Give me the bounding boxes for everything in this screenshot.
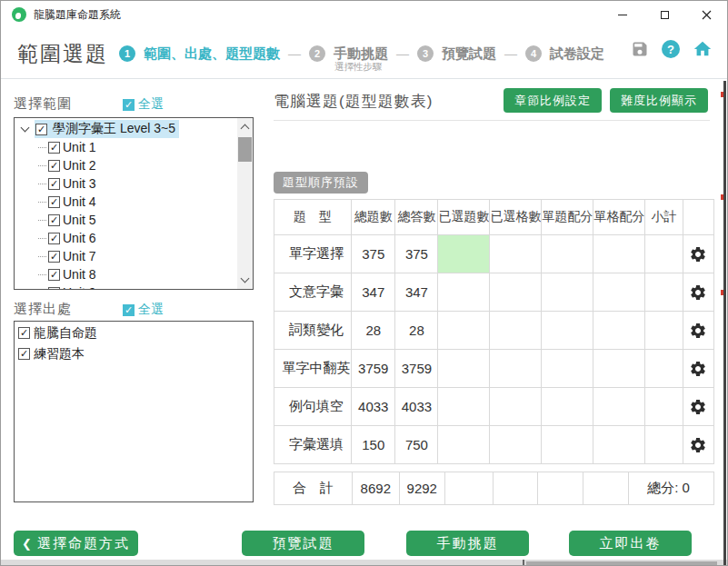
points-per-blank-cell[interactable] [593,273,645,312]
tree-item-unit[interactable]: ✓Unit 4 [15,193,253,211]
points-per-blank-cell[interactable] [593,312,645,350]
home-icon[interactable] [693,39,713,59]
difficulty-ratio-button[interactable]: 難度比例顯示 [610,88,708,113]
unit-checkbox[interactable]: ✓ [48,287,60,291]
selected-questions-cell[interactable] [438,350,490,388]
points-per-question-cell[interactable] [542,273,593,312]
step-4-badge[interactable]: 4 [525,45,542,62]
row-settings-cell[interactable] [683,388,713,426]
gear-icon[interactable] [689,322,707,340]
tree-item-unit[interactable]: ✓Unit 7 [15,247,253,265]
step-2-badge[interactable]: 2 [309,45,325,62]
header: 範圍選題 1 範圍、出處、題型題數 — 2 手動挑題 選擇性步驟 — 3 預覽試… [1,28,727,79]
close-button[interactable] [685,1,727,28]
gear-icon[interactable] [689,245,707,263]
unit-checkbox[interactable]: ✓ [48,178,60,190]
back-button[interactable]: ❮ 選擇命題方式 [14,531,138,556]
selected-blanks-cell[interactable] [490,235,542,273]
selected-questions-cell[interactable] [438,273,490,312]
chevron-down-icon[interactable] [21,123,30,132]
unit-checkbox[interactable]: ✓ [48,214,60,226]
tree-item-unit[interactable]: ✓Unit 9 [15,283,253,290]
question-type-cell: 詞類變化 [274,312,352,350]
row-settings-cell[interactable] [683,426,713,464]
chevron-left-icon: ❮ [22,537,32,551]
scroll-down-icon[interactable] [241,274,250,283]
question-type-cell: 單字中翻英 [274,350,352,388]
selected-questions-cell[interactable] [438,426,490,464]
points-per-question-cell[interactable] [542,350,593,388]
selected-blanks-cell[interactable] [490,350,542,388]
chapter-ratio-button[interactable]: 章節比例設定 [504,88,602,113]
background-window-artifact [523,560,524,566]
source-select-all[interactable]: ✓ 全選 [123,302,164,318]
check-icon: ✓ [50,233,58,243]
row-settings-cell[interactable] [683,312,713,350]
row-settings-cell[interactable] [683,235,713,273]
tree-item-unit[interactable]: ✓Unit 1 [15,138,253,156]
step-1-badge[interactable]: 1 [119,45,135,62]
selected-blanks-cell[interactable] [490,312,542,350]
selected-blanks-cell[interactable] [490,426,542,464]
tree-item-unit[interactable]: ✓Unit 2 [15,156,253,174]
points-per-blank-cell[interactable] [593,426,645,464]
manual-pick-button[interactable]: 手動挑題 [406,531,529,556]
maximize-button[interactable] [643,1,685,28]
subtotal-cell [645,388,683,426]
row-settings-cell[interactable] [683,350,713,388]
points-per-question-cell[interactable] [542,235,593,273]
range-title: 選擇範圍 [14,95,72,111]
tree-item-unit[interactable]: ✓Unit 5 [15,211,253,229]
step-3-label[interactable]: 預覽試題 [442,45,496,63]
range-select-all-checkbox[interactable]: ✓ [123,99,135,111]
points-per-question-cell[interactable] [542,312,593,350]
step-4-label[interactable]: 試卷設定 [550,45,604,63]
selected-questions-cell[interactable] [438,312,490,350]
tree-root-item[interactable]: ✓ 學測字彙王 Level 3~5 [15,120,253,138]
points-per-blank-cell[interactable] [593,235,645,273]
tree-item-unit[interactable]: ✓Unit 6 [15,229,253,247]
unit-checkbox[interactable]: ✓ [48,196,60,208]
source-select-all-checkbox[interactable]: ✓ [123,304,135,316]
selected-questions-cell[interactable] [438,235,490,273]
range-select-all[interactable]: ✓ 全選 [123,96,164,113]
points-per-question-cell[interactable] [542,388,593,426]
generate-exam-button[interactable]: 立即出卷 [569,531,692,556]
scrollbar-thumb[interactable] [238,137,252,162]
tree-root-checkbox[interactable]: ✓ [35,124,47,135]
source-checkbox[interactable]: ✓ [18,348,30,360]
list-item[interactable]: ✓ 練習題本 [15,344,253,363]
selected-questions-cell[interactable] [438,388,490,426]
source-checkbox[interactable]: ✓ [18,327,30,339]
preview-questions-button[interactable]: 預覽試題 [242,531,364,556]
points-per-blank-cell[interactable] [593,388,645,426]
unit-checkbox[interactable]: ✓ [48,233,60,244]
gear-icon[interactable] [689,283,707,302]
minimize-button[interactable] [602,1,643,28]
unit-checkbox[interactable]: ✓ [48,142,60,154]
points-per-blank-cell[interactable] [593,350,645,388]
gear-icon[interactable] [689,436,707,454]
step-3-badge[interactable]: 3 [417,45,434,62]
unit-checkbox[interactable]: ✓ [48,251,60,263]
scroll-up-icon[interactable] [241,124,250,134]
step-1-label[interactable]: 範圍、出處、題型題數 [144,45,280,63]
order-preset-button[interactable]: 題型順序預設 [274,172,368,194]
totals-label: 合 計 [274,472,353,505]
tree-scrollbar[interactable] [237,118,253,289]
selected-blanks-cell[interactable] [490,388,542,426]
unit-checkbox[interactable]: ✓ [48,269,60,281]
unit-checkbox[interactable]: ✓ [48,160,60,172]
tree-item-unit[interactable]: ✓Unit 3 [15,174,253,193]
selected-blanks-cell[interactable] [490,273,542,312]
help-icon[interactable]: ? [662,40,680,58]
save-icon[interactable] [631,40,649,58]
step-2-label[interactable]: 手動挑題 [334,45,388,61]
tree-root-selection[interactable]: ✓ 學測字彙王 Level 3~5 [35,120,179,138]
gear-icon[interactable] [689,360,707,378]
tree-item-unit[interactable]: ✓Unit 8 [15,265,253,283]
row-settings-cell[interactable] [683,273,713,312]
points-per-question-cell[interactable] [542,426,593,464]
gear-icon[interactable] [689,398,707,416]
list-item[interactable]: ✓ 龍騰自命題 [15,323,253,343]
